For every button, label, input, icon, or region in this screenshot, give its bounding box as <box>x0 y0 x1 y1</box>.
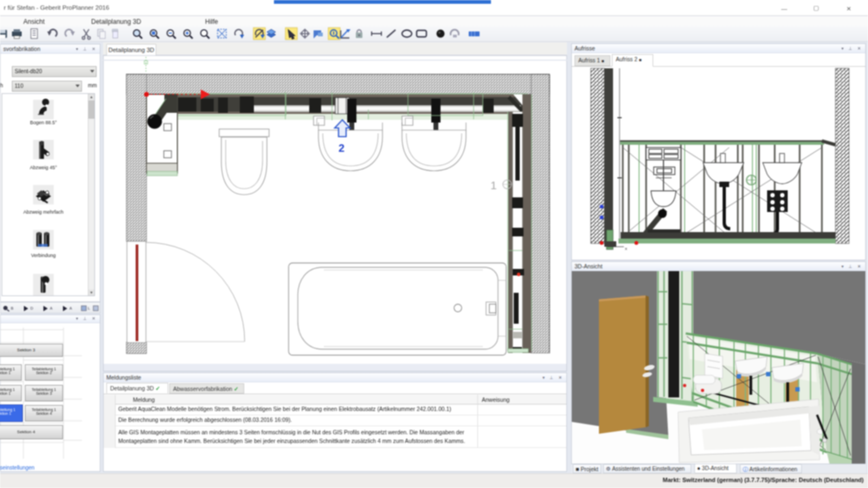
svg-text:A: A <box>50 306 53 310</box>
svg-text:x: x <box>625 246 627 251</box>
svg-text:D: D <box>30 306 33 310</box>
svg-text:1: 1 <box>490 179 497 191</box>
svg-text:2: 2 <box>339 142 344 154</box>
svg-text:B: B <box>11 306 14 310</box>
svg-text:L: L <box>88 306 90 310</box>
svg-text:A: A <box>69 306 72 310</box>
